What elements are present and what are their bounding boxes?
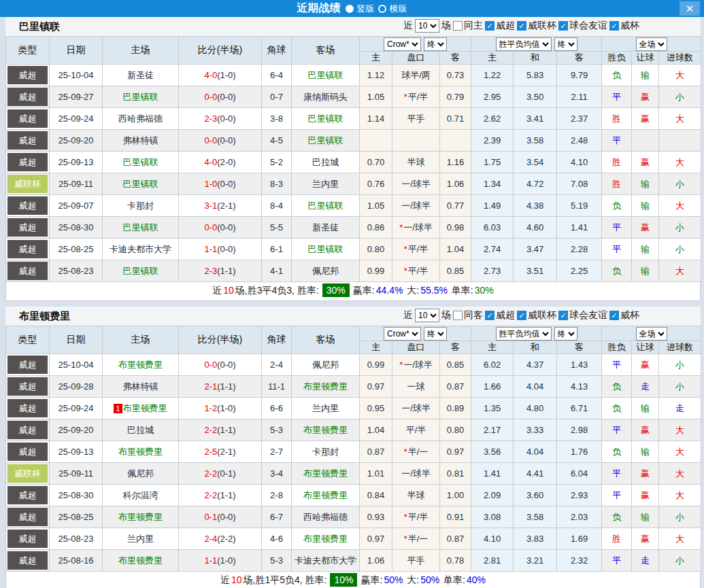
recent-count-select[interactable]: 10 <box>415 309 439 322</box>
league-label: 球会友谊 <box>569 309 607 322</box>
league-checkbox[interactable]: ✓ <box>517 311 526 320</box>
away-team: 布里顿费里 <box>292 485 360 506</box>
league-label: 威杯 <box>620 20 639 32</box>
odds-home: 0.87 <box>360 441 392 463</box>
goals-result: 大 <box>659 485 701 506</box>
table-row: 威超 25-09-20 弗林特镇 0-0(0-0) 4-5 巴里镇联 2.39 … <box>6 130 701 152</box>
type-cell: 威联杯 <box>6 173 50 195</box>
league-checkbox[interactable]: ✓ <box>558 21 568 31</box>
league-type-badge: 威超 <box>7 131 48 150</box>
avg-type-select[interactable]: 胜平负均值 <box>496 327 552 341</box>
sub-col-goals: 进球数 <box>659 52 701 65</box>
sub-col-odds-home: 主 <box>360 52 392 65</box>
match-date: 25-08-25 <box>50 506 103 528</box>
summary-record: 场,胜3平4负3, 胜率: <box>235 285 319 296</box>
avg-type-select[interactable]: 胜平负均值 <box>496 37 552 51</box>
fulltime-select[interactable]: 全场 <box>636 327 667 341</box>
single-value: 40% <box>467 574 486 585</box>
layout-radio-group: 竖版 横版 <box>346 3 407 15</box>
col-corner: 角球 <box>262 326 292 354</box>
match-date: 25-08-25 <box>50 239 103 260</box>
match-date: 25-09-13 <box>50 152 103 173</box>
odds-away: 0.85 <box>440 260 471 282</box>
league-type-badge: 威超 <box>7 421 48 439</box>
table-row: 威超 25-09-13 布里顿费里 2-5(2-1) 2-7 卡那封 0.87 … <box>6 441 701 463</box>
match-score: 1-2(1-0) <box>179 398 262 419</box>
close-button[interactable]: ✕ <box>680 1 700 16</box>
star-icon: * <box>404 244 407 254</box>
sub-col-avg-home: 主 <box>471 52 514 65</box>
recent-count-select[interactable]: 10 <box>415 19 439 33</box>
radio-horizontal-icon[interactable] <box>378 5 386 13</box>
big-label: 大: <box>404 574 419 585</box>
col-away: 客场 <box>292 326 360 354</box>
avg-time-select[interactable]: 终 <box>554 327 577 341</box>
league-checkbox[interactable]: ✓ <box>558 311 568 320</box>
sub-col-odds-away: 客 <box>440 52 471 65</box>
match-date: 25-09-13 <box>50 441 103 463</box>
avg-draw-odds: 3.83 <box>514 528 557 550</box>
odds-source-select[interactable]: Crow* <box>384 37 421 51</box>
handicap: 一/球半 <box>392 173 440 195</box>
league-checkbox[interactable]: ✓ <box>517 21 526 31</box>
avg-home-odds: 2.74 <box>471 239 514 260</box>
goals-result: 大 <box>659 528 701 550</box>
league-label: 威杯 <box>620 309 639 322</box>
radio-vertical-label[interactable]: 竖版 <box>357 3 375 15</box>
league-checkbox[interactable]: ✓ <box>609 21 619 31</box>
result: 负 <box>602 376 632 398</box>
home-team: 布里顿费里 <box>103 441 179 463</box>
league-checkbox[interactable]: ✓ <box>485 21 495 31</box>
away-team: 佩尼邦 <box>292 260 360 282</box>
league-type-badge: 威超 <box>7 88 48 106</box>
avg-time-select[interactable]: 终 <box>554 37 577 51</box>
summary-near: 近 <box>212 285 222 296</box>
league-checkbox[interactable]: ✓ <box>485 311 495 320</box>
goals-result: 大 <box>659 441 701 463</box>
avg-away-odds: 2.32 <box>557 550 602 572</box>
summary-count: 10 <box>231 574 242 585</box>
handicap-result: 输 <box>632 260 659 282</box>
same-venue-checkbox[interactable] <box>453 311 463 320</box>
avg-draw-odds: 3.51 <box>514 260 557 282</box>
league-type-badge: 威超 <box>7 399 48 417</box>
home-team: 巴里镇联 <box>103 173 179 195</box>
handicap-win-value: 44.4% <box>376 285 403 296</box>
odds-source-select[interactable]: Crow* <box>384 327 421 341</box>
col-corner: 角球 <box>262 37 292 65</box>
fulltime-select[interactable]: 全场 <box>636 37 667 51</box>
col-score: 比分(半场) <box>179 37 262 65</box>
match-score: 1-1(1-0) <box>179 550 262 572</box>
type-cell: 威超 <box>6 65 50 86</box>
league-checkbox[interactable]: ✓ <box>609 311 619 320</box>
match-score: 0-0(0-0) <box>179 354 262 376</box>
handicap-result <box>632 130 659 152</box>
match-score: 4-0(2-0) <box>179 152 262 173</box>
big-label: 大: <box>404 285 419 296</box>
away-team: 巴里镇联 <box>292 108 360 130</box>
win-rate-badge: 10% <box>330 573 357 587</box>
away-team: 卡迪夫都市大学 <box>292 550 360 572</box>
type-cell: 威超 <box>6 506 50 528</box>
odds-time-select[interactable]: 终 <box>424 327 447 341</box>
goals-result: 大 <box>659 65 701 86</box>
handicap-result: 赢 <box>632 354 659 376</box>
section-gap <box>0 301 704 307</box>
avg-away-odds: 1.41 <box>557 217 602 239</box>
match-score: 1-1(0-0) <box>179 239 262 260</box>
handicap: 一/球半 <box>392 398 440 419</box>
home-team: 佩尼邦 <box>103 463 179 485</box>
odds-away: 0.91 <box>440 506 471 528</box>
home-team: 弗林特镇 <box>103 376 179 398</box>
handicap-result: 赢 <box>632 152 659 173</box>
radio-horizontal-label[interactable]: 横版 <box>390 3 407 15</box>
radio-vertical-selected-icon[interactable] <box>346 5 354 13</box>
home-team: 巴里镇联 <box>103 260 179 282</box>
result: 胜 <box>602 173 632 195</box>
goals-result: 走 <box>659 398 701 419</box>
avg-away-odds: 2.37 <box>557 108 602 130</box>
same-venue-checkbox[interactable] <box>453 21 463 31</box>
table-row: 威超 25-09-27 巴里镇联 0-0(0-0) 0-7 康纳斯码头 1.05… <box>6 86 701 108</box>
team2-matches-table: 类型 日期 主场 比分(半场) 角球 客场 Crow*终 胜平负均值终 全场 主… <box>5 326 701 572</box>
odds-time-select[interactable]: 终 <box>424 37 447 51</box>
